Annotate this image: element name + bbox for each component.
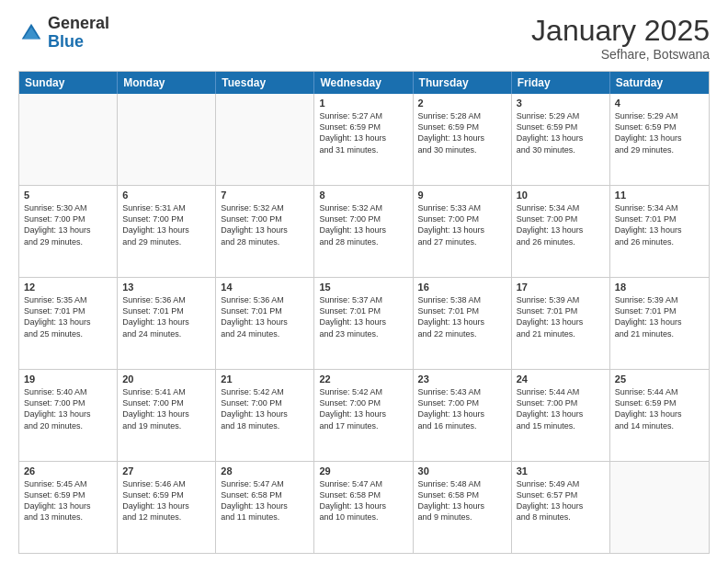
weekday-header-tuesday: Tuesday (216, 72, 314, 94)
day-number: 23 (418, 373, 506, 385)
day-number: 9 (418, 190, 506, 201)
cal-cell: 28Sunrise: 5:47 AM Sunset: 6:58 PM Dayli… (216, 462, 314, 553)
cal-cell: 26Sunrise: 5:45 AM Sunset: 6:59 PM Dayli… (19, 462, 118, 553)
day-info: Sunrise: 5:47 AM Sunset: 6:58 PM Dayligh… (319, 478, 407, 523)
day-info: Sunrise: 5:49 AM Sunset: 6:57 PM Dayligh… (517, 478, 605, 523)
day-number: 12 (24, 282, 112, 293)
cal-cell: 2Sunrise: 5:28 AM Sunset: 6:59 PM Daylig… (414, 94, 512, 185)
day-number: 30 (418, 465, 506, 477)
day-number: 2 (418, 98, 506, 109)
day-info: Sunrise: 5:36 AM Sunset: 7:01 PM Dayligh… (122, 294, 210, 339)
day-number: 4 (615, 98, 704, 109)
weekday-header-friday: Friday (512, 72, 610, 94)
day-number: 22 (319, 373, 407, 385)
cal-cell: 31Sunrise: 5:49 AM Sunset: 6:57 PM Dayli… (512, 462, 610, 553)
week-row-4: 19Sunrise: 5:40 AM Sunset: 7:00 PM Dayli… (19, 369, 709, 461)
week-row-1: 1Sunrise: 5:27 AM Sunset: 6:59 PM Daylig… (19, 94, 709, 185)
weekday-header-thursday: Thursday (414, 72, 512, 94)
day-number: 25 (615, 373, 704, 385)
day-info: Sunrise: 5:32 AM Sunset: 7:00 PM Dayligh… (319, 202, 407, 247)
day-info: Sunrise: 5:41 AM Sunset: 7:00 PM Dayligh… (122, 386, 210, 431)
cal-cell: 20Sunrise: 5:41 AM Sunset: 7:00 PM Dayli… (118, 370, 216, 461)
day-number: 13 (122, 282, 210, 293)
cal-cell: 21Sunrise: 5:42 AM Sunset: 7:00 PM Dayli… (216, 370, 314, 461)
weekday-header-wednesday: Wednesday (314, 72, 413, 94)
weekday-header-monday: Monday (118, 72, 216, 94)
day-number: 16 (418, 282, 506, 293)
day-info: Sunrise: 5:27 AM Sunset: 6:59 PM Dayligh… (319, 110, 407, 155)
location: Sefhare, Botswana (531, 47, 710, 62)
day-info: Sunrise: 5:47 AM Sunset: 6:58 PM Dayligh… (221, 478, 309, 523)
day-number: 11 (615, 190, 704, 201)
day-info: Sunrise: 5:29 AM Sunset: 6:59 PM Dayligh… (615, 110, 704, 155)
day-info: Sunrise: 5:31 AM Sunset: 7:00 PM Dayligh… (122, 202, 210, 247)
cal-cell: 29Sunrise: 5:47 AM Sunset: 6:58 PM Dayli… (314, 462, 413, 553)
day-info: Sunrise: 5:40 AM Sunset: 7:00 PM Dayligh… (24, 386, 112, 431)
cal-cell: 8Sunrise: 5:32 AM Sunset: 7:00 PM Daylig… (314, 186, 413, 277)
cal-cell: 12Sunrise: 5:35 AM Sunset: 7:01 PM Dayli… (19, 278, 118, 369)
calendar: SundayMondayTuesdayWednesdayThursdayFrid… (18, 71, 710, 554)
day-number: 28 (221, 465, 309, 477)
day-number: 8 (319, 190, 407, 201)
logo-blue-text: Blue (48, 32, 84, 51)
cal-cell: 3Sunrise: 5:29 AM Sunset: 6:59 PM Daylig… (512, 94, 610, 185)
day-info: Sunrise: 5:48 AM Sunset: 6:58 PM Dayligh… (418, 478, 506, 523)
day-info: Sunrise: 5:46 AM Sunset: 6:59 PM Dayligh… (122, 478, 210, 523)
day-number: 27 (122, 465, 210, 477)
cal-cell: 18Sunrise: 5:39 AM Sunset: 7:01 PM Dayli… (610, 278, 709, 369)
day-number: 7 (221, 190, 309, 201)
day-info: Sunrise: 5:37 AM Sunset: 7:01 PM Dayligh… (319, 294, 407, 339)
day-number: 19 (24, 373, 112, 385)
day-info: Sunrise: 5:30 AM Sunset: 7:00 PM Dayligh… (24, 202, 112, 247)
cal-cell (610, 462, 709, 553)
day-info: Sunrise: 5:28 AM Sunset: 6:59 PM Dayligh… (418, 110, 506, 155)
day-number: 6 (122, 190, 210, 201)
logo: General Blue (18, 15, 109, 52)
week-row-5: 26Sunrise: 5:45 AM Sunset: 6:59 PM Dayli… (19, 461, 709, 553)
day-number: 14 (221, 282, 309, 293)
day-number: 17 (517, 282, 605, 293)
cal-cell (118, 94, 216, 185)
day-number: 5 (24, 190, 112, 201)
cal-cell: 16Sunrise: 5:38 AM Sunset: 7:01 PM Dayli… (414, 278, 512, 369)
cal-cell: 30Sunrise: 5:48 AM Sunset: 6:58 PM Dayli… (414, 462, 512, 553)
cal-cell: 23Sunrise: 5:43 AM Sunset: 7:00 PM Dayli… (414, 370, 512, 461)
cal-cell: 6Sunrise: 5:31 AM Sunset: 7:00 PM Daylig… (118, 186, 216, 277)
day-number: 24 (517, 373, 605, 385)
cal-cell: 5Sunrise: 5:30 AM Sunset: 7:00 PM Daylig… (19, 186, 118, 277)
day-number: 31 (517, 465, 605, 477)
cal-cell: 22Sunrise: 5:42 AM Sunset: 7:00 PM Dayli… (314, 370, 413, 461)
day-number: 29 (319, 465, 407, 477)
day-info: Sunrise: 5:42 AM Sunset: 7:00 PM Dayligh… (319, 386, 407, 431)
week-row-3: 12Sunrise: 5:35 AM Sunset: 7:01 PM Dayli… (19, 277, 709, 369)
cal-cell (19, 94, 118, 185)
cal-cell: 15Sunrise: 5:37 AM Sunset: 7:01 PM Dayli… (314, 278, 413, 369)
day-number: 18 (615, 282, 704, 293)
day-number: 1 (319, 98, 407, 109)
header: General Blue January 2025 Sefhare, Botsw… (18, 15, 710, 62)
cal-cell: 10Sunrise: 5:34 AM Sunset: 7:00 PM Dayli… (512, 186, 610, 277)
cal-cell (216, 94, 314, 185)
weekday-header-saturday: Saturday (610, 72, 709, 94)
day-info: Sunrise: 5:33 AM Sunset: 7:00 PM Dayligh… (418, 202, 506, 247)
cal-cell: 17Sunrise: 5:39 AM Sunset: 7:01 PM Dayli… (512, 278, 610, 369)
day-info: Sunrise: 5:39 AM Sunset: 7:01 PM Dayligh… (517, 294, 605, 339)
day-info: Sunrise: 5:45 AM Sunset: 6:59 PM Dayligh… (24, 478, 112, 523)
cal-cell: 19Sunrise: 5:40 AM Sunset: 7:00 PM Dayli… (19, 370, 118, 461)
cal-cell: 7Sunrise: 5:32 AM Sunset: 7:00 PM Daylig… (216, 186, 314, 277)
cal-cell: 11Sunrise: 5:34 AM Sunset: 7:01 PM Dayli… (610, 186, 709, 277)
weekday-header-sunday: Sunday (19, 72, 118, 94)
day-number: 21 (221, 373, 309, 385)
day-info: Sunrise: 5:35 AM Sunset: 7:01 PM Dayligh… (24, 294, 112, 339)
day-info: Sunrise: 5:38 AM Sunset: 7:01 PM Dayligh… (418, 294, 506, 339)
day-info: Sunrise: 5:42 AM Sunset: 7:00 PM Dayligh… (221, 386, 309, 431)
day-info: Sunrise: 5:39 AM Sunset: 7:01 PM Dayligh… (615, 294, 704, 339)
title-block: January 2025 Sefhare, Botswana (531, 15, 710, 62)
day-number: 3 (517, 98, 605, 109)
logo-text: General Blue (48, 15, 109, 52)
day-info: Sunrise: 5:34 AM Sunset: 7:01 PM Dayligh… (615, 202, 704, 247)
day-number: 10 (517, 190, 605, 201)
cal-cell: 24Sunrise: 5:44 AM Sunset: 7:00 PM Dayli… (512, 370, 610, 461)
day-number: 15 (319, 282, 407, 293)
cal-cell: 27Sunrise: 5:46 AM Sunset: 6:59 PM Dayli… (118, 462, 216, 553)
